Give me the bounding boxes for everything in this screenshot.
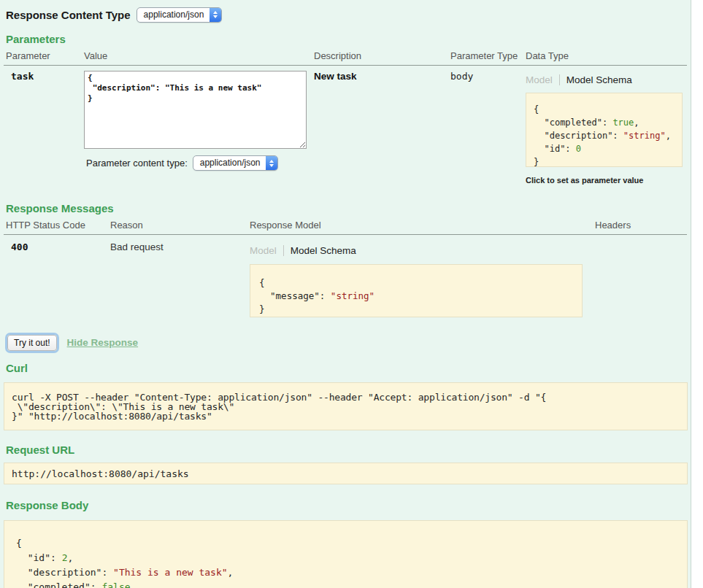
parameter-row-task: task { "description": "This is a new tas… [4, 66, 687, 185]
try-it-out-button[interactable]: Try it out! [7, 335, 57, 351]
http-status-code: 400 [4, 241, 108, 327]
curl-title: Curl [6, 362, 687, 374]
actions-row: Try it out! Hide Response [7, 334, 687, 352]
parameter-value-cell: { "description": "This is a new task" } … [82, 71, 312, 185]
parameter-content-type-select[interactable]: application/json [193, 155, 279, 171]
col-reason: Reason [108, 220, 248, 231]
col-headers: Headers [593, 220, 687, 231]
hide-response-link[interactable]: Hide Response [67, 337, 139, 348]
response-message-row-400: 400 Bad request Model Model Schema { "me… [4, 235, 687, 327]
col-parameter-type: Parameter Type [448, 50, 523, 61]
parameters-title: Parameters [6, 33, 687, 45]
response-content-type-row: Response Content Type application/json [6, 7, 687, 23]
parameter-data-type-cell: Model Model Schema { "completed": true, … [523, 71, 687, 185]
tab-model[interactable]: Model [526, 74, 559, 85]
model-tabs: Model Model Schema [250, 243, 593, 258]
response-body-title: Response Body [6, 499, 687, 511]
response-body-json: { "id": 2, "description": "This is a new… [4, 520, 688, 588]
parameter-description: New task [312, 71, 448, 185]
response-messages-title: Response Messages [6, 202, 687, 214]
response-model-schema-snippet[interactable]: { "message": "string" } [250, 264, 583, 317]
tab-model[interactable]: Model [250, 245, 283, 256]
col-http-status-code: HTTP Status Code [4, 220, 108, 231]
response-content-type-label: Response Content Type [6, 9, 131, 21]
parameter-name: task [4, 71, 82, 185]
col-data-type: Data Type [523, 50, 687, 61]
request-url-title: Request URL [6, 444, 687, 456]
response-content-type-select[interactable]: application/json [137, 7, 223, 23]
request-url-value: http://localhost:8080/api/tasks [4, 463, 688, 484]
col-parameter: Parameter [4, 50, 82, 61]
select-stepper-icon [210, 8, 221, 22]
response-messages-table-header: HTTP Status Code Reason Response Model H… [4, 220, 687, 235]
model-schema-snippet[interactable]: { "completed": true, "description": "str… [526, 93, 683, 167]
parameter-content-type-value: application/json [193, 156, 266, 170]
tab-model-schema[interactable]: Model Schema [559, 74, 632, 85]
parameter-content-type-row: Parameter content type: application/json [84, 155, 312, 171]
operation-panel: Response Content Type application/json P… [0, 0, 691, 588]
curl-command: curl -X POST --header "Content-Type: app… [4, 382, 688, 430]
col-value: Value [82, 50, 312, 61]
parameters-table-header: Parameter Value Description Parameter Ty… [4, 50, 687, 66]
parameter-type: body [448, 71, 523, 185]
tab-model-schema[interactable]: Model Schema [283, 245, 356, 256]
col-description: Description [312, 50, 448, 61]
col-response-model: Response Model [248, 220, 593, 231]
response-reason: Bad request [108, 241, 248, 327]
model-tabs: Model Model Schema [526, 72, 687, 87]
response-content-type-value: application/json [137, 8, 210, 22]
parameter-content-type-label: Parameter content type: [86, 158, 188, 169]
response-headers-cell [593, 241, 687, 327]
click-to-set-hint: Click to set as parameter value [526, 176, 687, 185]
parameter-value-textarea[interactable]: { "description": "This is a new task" } [84, 71, 307, 149]
select-stepper-icon [266, 156, 277, 170]
response-model-cell: Model Model Schema { "message": "string"… [248, 241, 593, 327]
